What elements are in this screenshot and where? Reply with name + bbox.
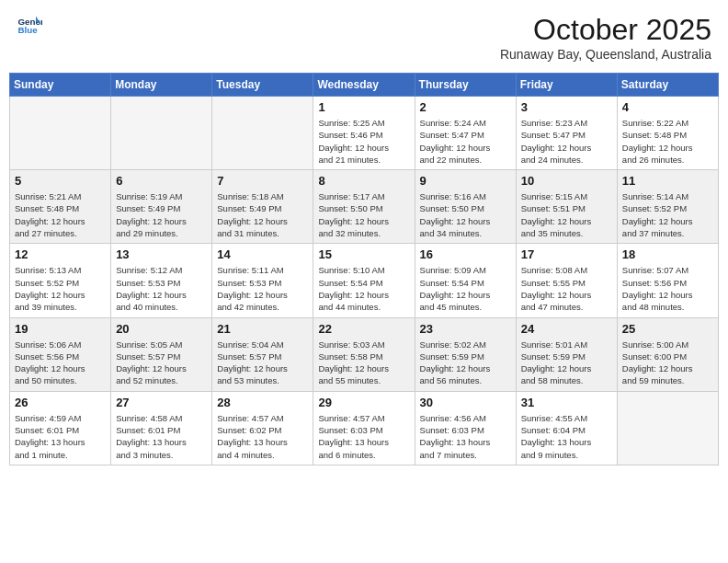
day-info: Sunrise: 5:02 AM Sunset: 5:59 PM Dayligh… [420, 339, 511, 387]
day-info: Sunrise: 5:08 AM Sunset: 5:55 PM Dayligh… [521, 264, 612, 313]
calendar-cell: 8Sunrise: 5:17 AM Sunset: 5:50 PM Daylig… [313, 170, 415, 244]
calendar-cell: 3Sunrise: 5:23 AM Sunset: 5:47 PM Daylig… [516, 97, 617, 170]
weekday-header: Sunday [10, 74, 111, 97]
day-info: Sunrise: 5:16 AM Sunset: 5:50 PM Dayligh… [420, 190, 511, 239]
day-info: Sunrise: 5:24 AM Sunset: 5:47 PM Dayligh… [420, 117, 511, 166]
calendar-cell: 12Sunrise: 5:13 AM Sunset: 5:52 PM Dayli… [10, 244, 111, 317]
day-info: Sunrise: 5:09 AM Sunset: 5:54 PM Dayligh… [420, 264, 511, 313]
weekday-header: Tuesday [212, 74, 313, 97]
day-number: 17 [521, 247, 612, 261]
day-number: 10 [521, 174, 612, 188]
svg-text:Blue: Blue [17, 25, 38, 35]
day-info: Sunrise: 4:56 AM Sunset: 6:03 PM Dayligh… [420, 412, 511, 461]
calendar-cell: 31Sunrise: 4:55 AM Sunset: 6:04 PM Dayli… [516, 391, 617, 465]
day-number: 22 [318, 322, 409, 336]
day-number: 12 [15, 247, 106, 261]
weekday-header: Wednesday [313, 74, 415, 97]
day-number: 23 [420, 322, 511, 336]
calendar-cell [111, 97, 212, 170]
calendar-cell: 28Sunrise: 4:57 AM Sunset: 6:02 PM Dayli… [212, 391, 313, 465]
calendar-cell: 23Sunrise: 5:02 AM Sunset: 5:59 PM Dayli… [415, 317, 516, 391]
day-info: Sunrise: 5:00 AM Sunset: 6:00 PM Dayligh… [622, 339, 713, 387]
day-number: 15 [318, 247, 409, 261]
day-info: Sunrise: 5:01 AM Sunset: 5:59 PM Dayligh… [521, 339, 612, 387]
day-number: 7 [217, 174, 308, 188]
calendar-table: SundayMondayTuesdayWednesdayThursdayFrid… [9, 73, 719, 465]
calendar-cell: 22Sunrise: 5:03 AM Sunset: 5:58 PM Dayli… [313, 317, 415, 391]
day-number: 31 [521, 396, 612, 409]
day-info: Sunrise: 5:14 AM Sunset: 5:52 PM Dayligh… [622, 190, 713, 239]
calendar-week-row: 5Sunrise: 5:21 AM Sunset: 5:48 PM Daylig… [10, 170, 719, 244]
title-block: October 2025 Runaway Bay, Queensland, Au… [500, 13, 711, 62]
day-number: 24 [521, 322, 612, 336]
day-info: Sunrise: 5:17 AM Sunset: 5:50 PM Dayligh… [318, 190, 409, 239]
day-number: 16 [420, 247, 511, 261]
logo-icon: General Blue [17, 13, 42, 39]
calendar-week-row: 19Sunrise: 5:06 AM Sunset: 5:56 PM Dayli… [10, 317, 719, 391]
calendar-cell: 18Sunrise: 5:07 AM Sunset: 5:56 PM Dayli… [617, 244, 718, 317]
calendar-cell: 25Sunrise: 5:00 AM Sunset: 6:00 PM Dayli… [617, 317, 718, 391]
calendar-cell: 24Sunrise: 5:01 AM Sunset: 5:59 PM Dayli… [516, 317, 617, 391]
calendar-cell: 14Sunrise: 5:11 AM Sunset: 5:53 PM Dayli… [212, 244, 313, 317]
day-number: 1 [318, 100, 409, 114]
day-number: 2 [420, 100, 511, 114]
weekday-header: Monday [111, 74, 212, 97]
calendar-cell: 13Sunrise: 5:12 AM Sunset: 5:53 PM Dayli… [111, 244, 212, 317]
day-info: Sunrise: 5:13 AM Sunset: 5:52 PM Dayligh… [15, 264, 106, 313]
calendar-cell: 29Sunrise: 4:57 AM Sunset: 6:03 PM Dayli… [313, 391, 415, 465]
day-info: Sunrise: 5:04 AM Sunset: 5:57 PM Dayligh… [217, 339, 308, 387]
calendar-cell: 20Sunrise: 5:05 AM Sunset: 5:57 PM Dayli… [111, 317, 212, 391]
logo: General Blue [17, 13, 42, 39]
day-number: 20 [116, 322, 207, 336]
weekday-header-row: SundayMondayTuesdayWednesdayThursdayFrid… [10, 74, 719, 97]
day-info: Sunrise: 5:18 AM Sunset: 5:49 PM Dayligh… [217, 190, 308, 239]
calendar-cell: 16Sunrise: 5:09 AM Sunset: 5:54 PM Dayli… [415, 244, 516, 317]
day-info: Sunrise: 5:12 AM Sunset: 5:53 PM Dayligh… [116, 264, 207, 313]
day-number: 18 [622, 247, 713, 261]
day-info: Sunrise: 5:07 AM Sunset: 5:56 PM Dayligh… [622, 264, 713, 313]
calendar-cell: 26Sunrise: 4:59 AM Sunset: 6:01 PM Dayli… [10, 391, 111, 465]
calendar-cell: 7Sunrise: 5:18 AM Sunset: 5:49 PM Daylig… [212, 170, 313, 244]
calendar-cell: 6Sunrise: 5:19 AM Sunset: 5:49 PM Daylig… [111, 170, 212, 244]
day-number: 8 [318, 174, 409, 188]
page-header: General Blue October 2025 Runaway Bay, Q… [9, 9, 719, 65]
day-info: Sunrise: 5:03 AM Sunset: 5:58 PM Dayligh… [318, 339, 409, 387]
day-info: Sunrise: 5:06 AM Sunset: 5:56 PM Dayligh… [15, 339, 106, 387]
location-subtitle: Runaway Bay, Queensland, Australia [500, 47, 711, 62]
calendar-cell: 30Sunrise: 4:56 AM Sunset: 6:03 PM Dayli… [415, 391, 516, 465]
day-info: Sunrise: 4:59 AM Sunset: 6:01 PM Dayligh… [15, 412, 106, 461]
day-number: 25 [622, 322, 713, 336]
day-number: 29 [318, 396, 409, 409]
calendar-cell: 11Sunrise: 5:14 AM Sunset: 5:52 PM Dayli… [617, 170, 718, 244]
calendar-cell: 17Sunrise: 5:08 AM Sunset: 5:55 PM Dayli… [516, 244, 617, 317]
day-number: 3 [521, 100, 612, 114]
calendar-week-row: 26Sunrise: 4:59 AM Sunset: 6:01 PM Dayli… [10, 391, 719, 465]
day-number: 5 [15, 174, 106, 188]
day-number: 19 [15, 322, 106, 336]
weekday-header: Friday [516, 74, 617, 97]
day-number: 6 [116, 174, 207, 188]
day-info: Sunrise: 5:19 AM Sunset: 5:49 PM Dayligh… [116, 190, 207, 239]
calendar-cell: 1Sunrise: 5:25 AM Sunset: 5:46 PM Daylig… [313, 97, 415, 170]
day-info: Sunrise: 5:10 AM Sunset: 5:54 PM Dayligh… [318, 264, 409, 313]
calendar-cell [212, 97, 313, 170]
calendar-cell: 27Sunrise: 4:58 AM Sunset: 6:01 PM Dayli… [111, 391, 212, 465]
day-number: 4 [622, 100, 713, 114]
calendar-cell: 10Sunrise: 5:15 AM Sunset: 5:51 PM Dayli… [516, 170, 617, 244]
day-info: Sunrise: 4:57 AM Sunset: 6:02 PM Dayligh… [217, 412, 308, 461]
day-info: Sunrise: 4:58 AM Sunset: 6:01 PM Dayligh… [116, 412, 207, 461]
day-number: 26 [15, 396, 106, 409]
day-number: 11 [622, 174, 713, 188]
day-info: Sunrise: 5:15 AM Sunset: 5:51 PM Dayligh… [521, 190, 612, 239]
weekday-header: Saturday [617, 74, 718, 97]
day-number: 27 [116, 396, 207, 409]
day-info: Sunrise: 5:21 AM Sunset: 5:48 PM Dayligh… [15, 190, 106, 239]
calendar-cell: 5Sunrise: 5:21 AM Sunset: 5:48 PM Daylig… [10, 170, 111, 244]
day-info: Sunrise: 5:25 AM Sunset: 5:46 PM Dayligh… [318, 117, 409, 166]
day-number: 28 [217, 396, 308, 409]
day-info: Sunrise: 5:23 AM Sunset: 5:47 PM Dayligh… [521, 117, 612, 166]
day-info: Sunrise: 5:05 AM Sunset: 5:57 PM Dayligh… [116, 339, 207, 387]
day-number: 14 [217, 247, 308, 261]
calendar-cell: 21Sunrise: 5:04 AM Sunset: 5:57 PM Dayli… [212, 317, 313, 391]
calendar-cell [617, 391, 718, 465]
